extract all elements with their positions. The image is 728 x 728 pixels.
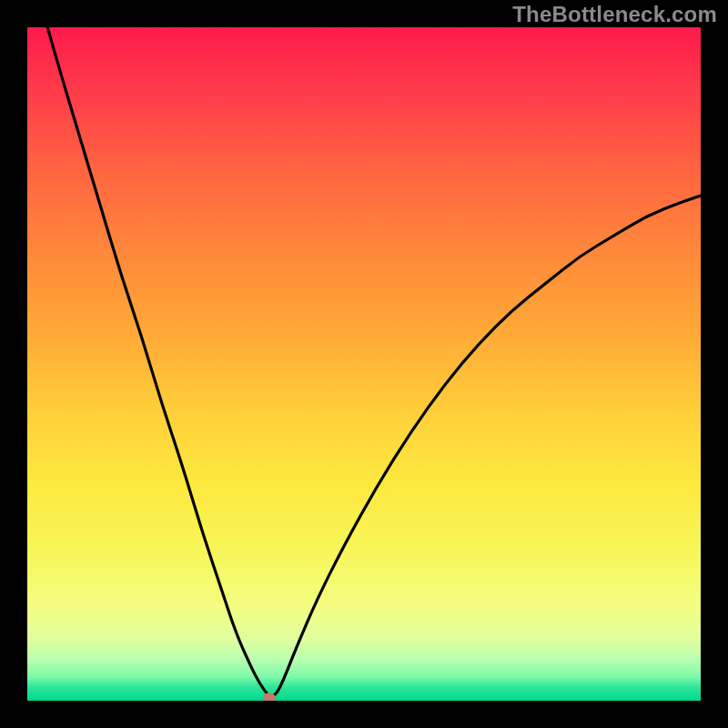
minimum-marker: [263, 693, 276, 701]
curve-path: [47, 27, 701, 696]
curve-svg: [27, 27, 701, 701]
plot-area: [27, 27, 701, 701]
chart-frame: TheBottleneck.com: [0, 0, 728, 728]
watermark-text: TheBottleneck.com: [512, 2, 717, 27]
